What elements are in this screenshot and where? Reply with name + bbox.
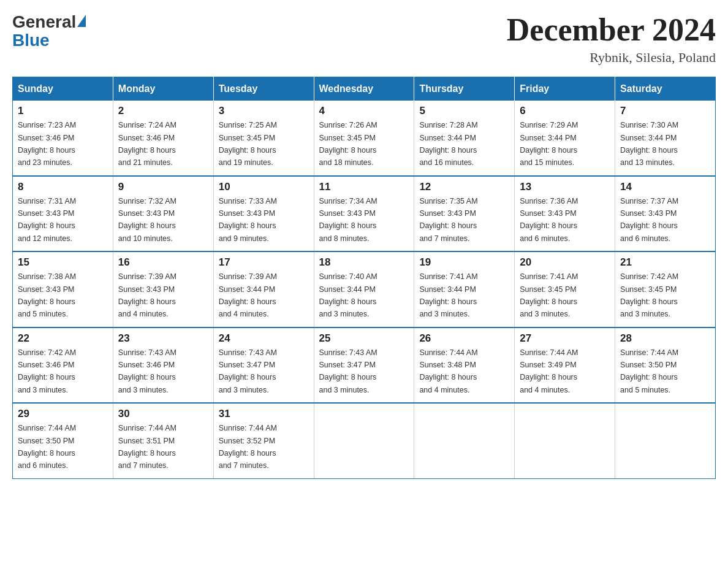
day-info: Sunrise: 7:43 AMSunset: 3:46 PMDaylight:… [118,348,176,394]
calendar-cell: 24 Sunrise: 7:43 AMSunset: 3:47 PMDaylig… [213,327,314,404]
calendar-week-2: 8 Sunrise: 7:31 AMSunset: 3:43 PMDayligh… [13,176,716,252]
calendar-cell [414,403,515,478]
day-number: 26 [419,332,509,345]
day-number: 6 [520,105,610,117]
logo-general-text: General [12,12,76,32]
day-number: 27 [520,332,610,345]
calendar-cell: 9 Sunrise: 7:32 AMSunset: 3:43 PMDayligh… [113,176,213,252]
calendar-cell: 6 Sunrise: 7:29 AMSunset: 3:44 PMDayligh… [515,101,615,176]
day-info: Sunrise: 7:44 AMSunset: 3:51 PMDaylight:… [118,424,176,470]
day-number: 5 [419,105,509,117]
calendar-cell [515,403,615,478]
calendar-cell: 1 Sunrise: 7:23 AMSunset: 3:46 PMDayligh… [13,101,113,176]
calendar-cell [314,403,414,478]
day-info: Sunrise: 7:37 AMSunset: 3:43 PMDaylight:… [620,197,678,243]
day-number: 28 [620,332,710,345]
day-number: 22 [18,332,108,345]
day-number: 25 [319,332,409,345]
col-header-friday: Friday [515,77,615,101]
day-info: Sunrise: 7:42 AMSunset: 3:46 PMDaylight:… [18,348,76,394]
calendar-cell: 5 Sunrise: 7:28 AMSunset: 3:44 PMDayligh… [414,101,515,176]
day-info: Sunrise: 7:44 AMSunset: 3:49 PMDaylight:… [520,348,578,394]
day-number: 3 [219,105,309,117]
calendar-week-1: 1 Sunrise: 7:23 AMSunset: 3:46 PMDayligh… [13,101,716,176]
day-number: 18 [319,256,409,269]
day-info: Sunrise: 7:29 AMSunset: 3:44 PMDaylight:… [520,121,578,167]
day-number: 30 [118,408,208,420]
day-number: 24 [219,332,309,345]
calendar-cell: 2 Sunrise: 7:24 AMSunset: 3:46 PMDayligh… [113,101,213,176]
day-info: Sunrise: 7:43 AMSunset: 3:47 PMDaylight:… [319,348,377,394]
day-info: Sunrise: 7:44 AMSunset: 3:52 PMDaylight:… [219,424,277,470]
day-info: Sunrise: 7:39 AMSunset: 3:43 PMDaylight:… [118,272,176,318]
day-info: Sunrise: 7:25 AMSunset: 3:45 PMDaylight:… [219,121,277,167]
day-info: Sunrise: 7:38 AMSunset: 3:43 PMDaylight:… [18,272,76,318]
calendar-cell: 21 Sunrise: 7:42 AMSunset: 3:45 PMDaylig… [615,251,716,327]
day-number: 16 [118,256,208,269]
calendar-cell [615,403,716,478]
calendar-cell: 22 Sunrise: 7:42 AMSunset: 3:46 PMDaylig… [13,327,113,404]
calendar-cell: 14 Sunrise: 7:37 AMSunset: 3:43 PMDaylig… [615,176,716,252]
calendar-cell: 10 Sunrise: 7:33 AMSunset: 3:43 PMDaylig… [213,176,314,252]
calendar-cell: 30 Sunrise: 7:44 AMSunset: 3:51 PMDaylig… [113,403,213,478]
day-number: 2 [118,105,208,117]
day-number: 14 [620,181,710,193]
calendar-cell: 23 Sunrise: 7:43 AMSunset: 3:46 PMDaylig… [113,327,213,404]
day-info: Sunrise: 7:36 AMSunset: 3:43 PMDaylight:… [520,197,578,243]
day-info: Sunrise: 7:41 AMSunset: 3:45 PMDaylight:… [520,272,578,318]
calendar-cell: 12 Sunrise: 7:35 AMSunset: 3:43 PMDaylig… [414,176,515,252]
day-info: Sunrise: 7:40 AMSunset: 3:44 PMDaylight:… [319,272,377,318]
calendar-table: SundayMondayTuesdayWednesdayThursdayFrid… [12,77,716,479]
col-header-monday: Monday [113,77,213,101]
day-info: Sunrise: 7:44 AMSunset: 3:50 PMDaylight:… [620,348,678,394]
day-info: Sunrise: 7:26 AMSunset: 3:45 PMDaylight:… [319,121,377,167]
day-info: Sunrise: 7:35 AMSunset: 3:43 PMDaylight:… [419,197,477,243]
calendar-cell: 11 Sunrise: 7:34 AMSunset: 3:43 PMDaylig… [314,176,414,252]
day-number: 23 [118,332,208,345]
calendar-cell: 26 Sunrise: 7:44 AMSunset: 3:48 PMDaylig… [414,327,515,404]
calendar-cell: 7 Sunrise: 7:30 AMSunset: 3:44 PMDayligh… [615,101,716,176]
calendar-cell: 29 Sunrise: 7:44 AMSunset: 3:50 PMDaylig… [13,403,113,478]
day-number: 11 [319,181,409,193]
col-header-sunday: Sunday [13,77,113,101]
day-info: Sunrise: 7:41 AMSunset: 3:44 PMDaylight:… [419,272,477,318]
calendar-cell: 8 Sunrise: 7:31 AMSunset: 3:43 PMDayligh… [13,176,113,252]
page-header: General Blue December 2024 Rybnik, Siles… [12,12,716,66]
day-number: 13 [520,181,610,193]
logo-triangle-icon [77,15,86,27]
calendar-cell: 27 Sunrise: 7:44 AMSunset: 3:49 PMDaylig… [515,327,615,404]
day-info: Sunrise: 7:44 AMSunset: 3:50 PMDaylight:… [18,424,76,470]
col-header-saturday: Saturday [615,77,716,101]
day-number: 8 [18,181,108,193]
logo: General Blue [12,12,86,50]
day-info: Sunrise: 7:42 AMSunset: 3:45 PMDaylight:… [620,272,678,318]
calendar-week-4: 22 Sunrise: 7:42 AMSunset: 3:46 PMDaylig… [13,327,716,404]
day-info: Sunrise: 7:24 AMSunset: 3:46 PMDaylight:… [118,121,176,167]
title-block: December 2024 Rybnik, Silesia, Poland [507,12,716,66]
day-info: Sunrise: 7:33 AMSunset: 3:43 PMDaylight:… [219,197,277,243]
day-info: Sunrise: 7:44 AMSunset: 3:48 PMDaylight:… [419,348,477,394]
calendar-cell: 28 Sunrise: 7:44 AMSunset: 3:50 PMDaylig… [615,327,716,404]
day-info: Sunrise: 7:34 AMSunset: 3:43 PMDaylight:… [319,197,377,243]
calendar-cell: 4 Sunrise: 7:26 AMSunset: 3:45 PMDayligh… [314,101,414,176]
day-info: Sunrise: 7:23 AMSunset: 3:46 PMDaylight:… [18,121,76,167]
month-title: December 2024 [507,12,716,47]
day-info: Sunrise: 7:30 AMSunset: 3:44 PMDaylight:… [620,121,678,167]
day-number: 21 [620,256,710,269]
location-title: Rybnik, Silesia, Poland [507,50,716,66]
calendar-cell: 13 Sunrise: 7:36 AMSunset: 3:43 PMDaylig… [515,176,615,252]
day-number: 10 [219,181,309,193]
calendar-cell: 15 Sunrise: 7:38 AMSunset: 3:43 PMDaylig… [13,251,113,327]
day-info: Sunrise: 7:31 AMSunset: 3:43 PMDaylight:… [18,197,76,243]
calendar-cell: 18 Sunrise: 7:40 AMSunset: 3:44 PMDaylig… [314,251,414,327]
logo-blue-text: Blue [12,31,50,50]
day-number: 15 [18,256,108,269]
calendar-cell: 17 Sunrise: 7:39 AMSunset: 3:44 PMDaylig… [213,251,314,327]
day-number: 29 [18,408,108,420]
calendar-cell: 3 Sunrise: 7:25 AMSunset: 3:45 PMDayligh… [213,101,314,176]
calendar-week-3: 15 Sunrise: 7:38 AMSunset: 3:43 PMDaylig… [13,251,716,327]
day-number: 19 [419,256,509,269]
day-number: 17 [219,256,309,269]
col-header-tuesday: Tuesday [213,77,314,101]
day-number: 4 [319,105,409,117]
